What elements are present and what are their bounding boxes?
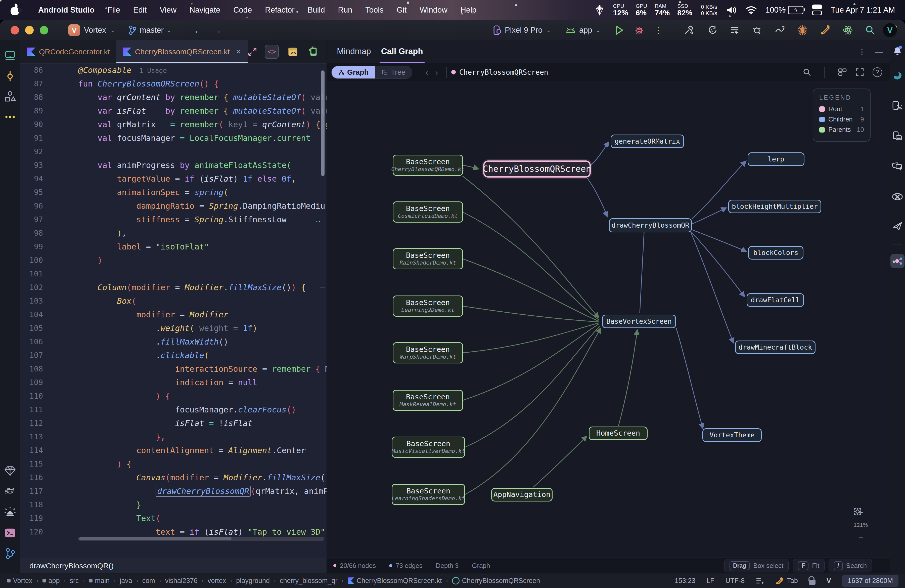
navigate-back-button[interactable]: ← — [193, 25, 203, 36]
graph-node-generateQRMatrix[interactable]: generateQRMatrix — [611, 135, 684, 148]
menu-help[interactable]: Help — [454, 0, 483, 20]
history-forward-icon[interactable]: › — [432, 67, 441, 77]
menu-android-studio[interactable]: Android Studio — [32, 0, 101, 20]
more-tool-windows-icon[interactable] — [0, 111, 20, 123]
indent-setting[interactable]: Tab — [787, 577, 798, 585]
git-branch-selector[interactable]: master⌄ — [128, 25, 172, 35]
shortcut-chip-search[interactable]: /Search — [829, 559, 872, 572]
user-avatar[interactable]: V — [883, 23, 897, 37]
running-devices-right-icon[interactable] — [890, 100, 905, 112]
menu-navigate[interactable]: Navigate — [183, 0, 227, 20]
graph-node-bs-cherry[interactable]: BaseScreenCherryBlossomQRDemo.kt — [393, 155, 463, 176]
app-insights-icon[interactable] — [890, 191, 905, 202]
tab-mindmap[interactable]: Mindmap — [337, 46, 371, 57]
menu-edit[interactable]: Edit — [127, 0, 153, 20]
structure-icon[interactable] — [0, 91, 20, 102]
sync-icon[interactable]: A — [707, 25, 718, 36]
graph-node-bs-mask[interactable]: BaseScreenMaskRevealDemo.kt — [393, 390, 463, 411]
menu-file[interactable]: File — [101, 0, 127, 20]
breadcrumb-item-vishal2376[interactable]: vishal2376 — [165, 577, 198, 585]
vim-mode-badge[interactable]: V — [827, 577, 831, 585]
close-window-button[interactable] — [11, 26, 19, 35]
terminal-icon[interactable] — [0, 527, 20, 539]
toggle-graph[interactable]: Graph — [332, 66, 375, 78]
breadcrumb-item-cherryblossomqrscreen[interactable]: CherryBlossomQRScreen — [452, 577, 540, 585]
build-hammer-icon[interactable] — [684, 25, 695, 36]
graph-node-bs-learning2[interactable]: BaseScreenLearning2Demo.kt — [393, 296, 463, 317]
graph-node-lerp[interactable]: lerp — [748, 153, 805, 166]
split-preview-button[interactable]: <> — [286, 45, 299, 58]
search-everywhere-icon[interactable] — [865, 25, 876, 36]
code-editor[interactable]: 86@Composable 1 Usage87fun CherryBlossom… — [21, 64, 327, 542]
menu-refactor[interactable]: Refactor — [259, 0, 301, 20]
graph-node-bs-shaders[interactable]: BaseScreenLearningShadersDemo.kt — [392, 484, 465, 505]
run-button[interactable] — [614, 25, 624, 35]
zoom-out-button[interactable]: − — [858, 533, 863, 543]
layout-icon[interactable] — [838, 68, 847, 76]
stats-app-icon[interactable] — [595, 4, 605, 16]
atom-icon[interactable] — [842, 25, 853, 36]
wifi-icon[interactable] — [745, 6, 757, 14]
menu-tools[interactable]: Tools — [359, 0, 390, 20]
editor-tab-qrcodegenerator.kt[interactable]: QRCodeGenerator.kt — [21, 40, 116, 64]
toggle-tree[interactable]: Tree — [375, 66, 412, 78]
tools-icon[interactable] — [819, 25, 830, 36]
close-tab-icon[interactable]: ✕ — [236, 48, 241, 56]
file-encoding[interactable]: UTF-8 — [726, 577, 745, 585]
selected-node-badge[interactable]: CherryBlossomQRScreen — [451, 68, 548, 76]
device-manager-icon[interactable] — [890, 131, 905, 142]
tab-call-graph[interactable]: Call Graph — [381, 46, 423, 57]
breadcrumb-item-src[interactable]: src — [70, 577, 79, 585]
graph-node-drawFlatCell[interactable]: drawFlatCell — [747, 293, 804, 307]
logcat-icon[interactable] — [0, 486, 20, 497]
graph-node-drawCherryBlossomQR[interactable]: drawCherryBlossomQR — [609, 218, 692, 232]
code-style-icon[interactable] — [756, 577, 764, 585]
mindmap-tool-icon[interactable] — [891, 254, 905, 268]
graph-node-HomeScreen[interactable]: HomeScreen — [589, 426, 648, 440]
search-icon[interactable] — [803, 68, 811, 76]
device-mirroring-icon[interactable] — [774, 25, 785, 36]
release-notes-icon[interactable] — [890, 220, 905, 231]
gemini-chat-icon[interactable] — [890, 161, 905, 172]
editor-vertical-scrollbar[interactable] — [321, 70, 324, 176]
gradle-icon[interactable] — [890, 70, 905, 81]
history-back-icon[interactable]: ‹ — [422, 67, 432, 77]
memory-indicator[interactable]: 1637 of 2800M — [842, 575, 899, 587]
running-devices-icon[interactable] — [0, 50, 20, 62]
help-icon[interactable]: ? — [873, 67, 882, 77]
problems-icon[interactable] — [0, 507, 20, 518]
battery-indicator[interactable]: 100% ϟ — [765, 6, 803, 14]
run-configuration-selector[interactable]: app — [579, 25, 592, 35]
editor-horizontal-scrollbar[interactable] — [78, 537, 324, 541]
breadcrumb-item-app[interactable]: app — [43, 577, 60, 585]
debug-button[interactable] — [635, 25, 644, 35]
gemini-spark-icon[interactable] — [797, 25, 808, 36]
menu-run[interactable]: Run — [331, 0, 359, 20]
graph-node-blockColors[interactable]: blockColors — [748, 246, 803, 259]
design-tools-icon[interactable] — [0, 465, 20, 477]
breadcrumb-item-cherry-blossom-qr[interactable]: cherry_blossom_qr — [280, 577, 338, 585]
graph-node-bs-rain[interactable]: BaseScreenRainShaderDemo.kt — [393, 248, 463, 269]
graph-node-blockHeightMultiplier[interactable]: blockHeightMultiplier — [728, 200, 821, 213]
commit-icon[interactable] — [0, 70, 20, 82]
zoom-window-button[interactable] — [40, 26, 48, 35]
graph-node-bs-cosmic[interactable]: BaseScreenCosmicFluidDemo.kt — [393, 202, 463, 222]
center-view-button[interactable] — [853, 507, 862, 516]
panel-options-icon[interactable]: ⋮ — [858, 47, 866, 57]
profiler-icon[interactable] — [729, 25, 740, 36]
device-selector[interactable]: Pixel 9 Pro — [505, 25, 543, 35]
menubar-clock[interactable]: Tue Apr 7 1:21 AM — [830, 6, 895, 14]
breadcrumb-item-playground[interactable]: playground — [236, 577, 270, 585]
code-view-button[interactable]: <> — [265, 45, 279, 59]
menu-build[interactable]: Build — [301, 0, 332, 20]
inspections-ok-icon[interactable]: ✓ — [308, 44, 315, 54]
line-ending[interactable]: LF — [707, 577, 714, 585]
menu-code[interactable]: Code — [227, 0, 259, 20]
graph-node-bs-warp[interactable]: BaseScreenWarpShaderDemo.kt — [393, 342, 463, 364]
shortcut-chip-fit[interactable]: FFit — [792, 559, 824, 572]
panel-minimize-icon[interactable]: — — [875, 47, 883, 57]
editor-tab-cherryblossomqrscreen.kt[interactable]: CherryBlossomQRScreen.kt✕ — [116, 40, 248, 64]
caret-position[interactable]: 153:23 — [675, 577, 695, 585]
breadcrumb-item-vortex[interactable]: Vortex — [7, 577, 32, 585]
expand-editor-icon[interactable] — [248, 47, 257, 57]
